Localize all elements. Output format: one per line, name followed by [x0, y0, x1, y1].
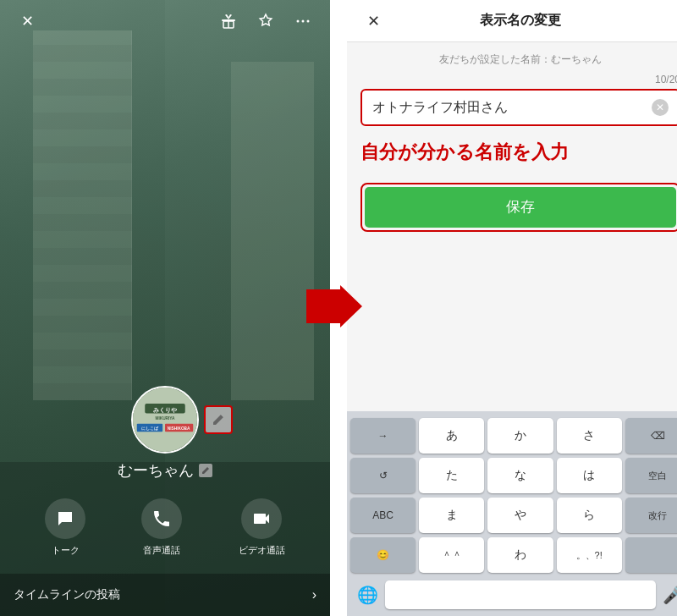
svg-text:NISHIKOBA: NISHIKOBA	[168, 426, 190, 431]
input-clear-button[interactable]: ✕	[652, 99, 669, 116]
voice-icon	[141, 498, 182, 539]
timeline-bar[interactable]: タイムラインの投稿 ›	[0, 574, 330, 616]
left-top-bar: ✕	[0, 0, 330, 42]
video-icon	[241, 498, 282, 539]
action-bar: トーク 音声通話 ビデオ通話	[0, 498, 330, 557]
talk-action[interactable]: トーク	[45, 498, 85, 557]
avatar: みくりや MIKURIYA にしこば NISHIKOBA	[131, 386, 199, 454]
keyboard-bottom: 🌐 🎤	[350, 577, 677, 613]
talk-label: トーク	[52, 544, 80, 557]
name-input[interactable]	[372, 100, 652, 115]
right-content: 友だちが設定した名前：むーちゃん 10/20 ✕ 自分が分かる名前を入力 保存	[347, 42, 677, 411]
svg-point-4	[302, 20, 305, 23]
save-btn-wrapper: 保存	[361, 183, 677, 232]
edit-pencil-button[interactable]	[204, 405, 233, 434]
kb-key-arrow[interactable]: →	[350, 418, 416, 454]
voice-label: 音声通話	[143, 544, 180, 557]
kb-key-kigou[interactable]: ＾＾	[419, 537, 484, 573]
kb-key-ra[interactable]: ら	[557, 498, 622, 533]
svg-point-5	[307, 20, 310, 23]
kb-key-wa[interactable]: わ	[487, 537, 553, 573]
space-bar[interactable]	[385, 580, 656, 609]
svg-point-3	[297, 20, 300, 23]
username-row: むーちゃん	[118, 460, 212, 481]
red-arrow	[306, 285, 362, 331]
kb-key-ya[interactable]: や	[487, 498, 553, 533]
timeline-label: タイムラインの投稿	[14, 587, 120, 602]
arrow-divider	[330, 0, 347, 616]
talk-icon	[45, 498, 85, 539]
kb-key-backspace[interactable]: ⌫	[625, 418, 677, 454]
svg-text:MIKURIYA: MIKURIYA	[155, 416, 175, 421]
kb-key-ka[interactable]: か	[487, 418, 553, 454]
save-button[interactable]: 保存	[365, 187, 676, 228]
username-edit-icon[interactable]	[199, 464, 212, 477]
top-icons-right	[215, 8, 316, 35]
kb-key-na[interactable]: な	[487, 458, 553, 493]
svg-text:みくりや: みくりや	[153, 407, 177, 414]
kb-key-empty	[625, 537, 677, 573]
right-close-button[interactable]: ✕	[361, 8, 386, 34]
svg-marker-14	[306, 285, 362, 327]
kb-key-emoji[interactable]: 😊	[350, 537, 416, 573]
kb-key-punct[interactable]: 。、?!	[557, 537, 622, 573]
svg-text:にしこば: にしこば	[141, 426, 159, 431]
friend-name-hint: 友だちが設定した名前：むーちゃん	[361, 52, 677, 67]
kb-row-2: ABC ま や ら 改行	[350, 498, 677, 533]
video-action[interactable]: ビデオ通話	[239, 498, 285, 557]
kb-key-ta[interactable]: た	[419, 458, 484, 493]
voice-action[interactable]: 音声通話	[141, 498, 182, 557]
char-count: 10/20	[361, 74, 677, 85]
timeline-arrow: ›	[312, 587, 316, 602]
video-label: ビデオ通話	[239, 544, 285, 557]
more-button[interactable]	[289, 8, 316, 35]
close-button[interactable]: ✕	[14, 8, 41, 35]
keyboard-area: → あ か さ ⌫ ↺ た な は 空白 ABC ま や ら 改行 😊 ＾＾ わ…	[347, 411, 677, 616]
username-text: むーちゃん	[118, 460, 194, 481]
kb-row-0: → あ か さ ⌫	[350, 418, 677, 454]
kb-key-abc[interactable]: ABC	[350, 498, 416, 533]
kb-key-undo[interactable]: ↺	[350, 458, 416, 493]
avatar-inner: みくりや MIKURIYA にしこば NISHIKOBA	[133, 388, 197, 452]
kb-key-enter[interactable]: 改行	[625, 498, 677, 533]
left-panel: ✕	[0, 0, 330, 616]
gift-button[interactable]	[215, 8, 242, 35]
right-panel: ✕ 表示名の変更 友だちが設定した名前：むーちゃん 10/20 ✕ 自分が分かる…	[347, 0, 677, 616]
name-input-wrapper: ✕	[361, 89, 677, 126]
kb-row-3: 😊 ＾＾ わ 。、?!	[350, 537, 677, 573]
kb-key-space[interactable]: 空白	[625, 458, 677, 493]
star-button[interactable]	[252, 8, 279, 35]
instruction-text: 自分が分かる名前を入力	[361, 140, 677, 166]
kb-key-a[interactable]: あ	[419, 418, 484, 454]
right-header: ✕ 表示名の変更	[347, 0, 677, 42]
avatar-wrapper: みくりや MIKURIYA にしこば NISHIKOBA	[131, 386, 199, 454]
profile-area: みくりや MIKURIYA にしこば NISHIKOBA むーちゃ	[0, 386, 330, 481]
kb-row-1: ↺ た な は 空白	[350, 458, 677, 493]
kb-key-sa[interactable]: さ	[557, 418, 622, 454]
right-title: 表示名の変更	[480, 12, 561, 30]
mic-button[interactable]: 🎤	[663, 585, 677, 605]
kb-key-ma[interactable]: ま	[419, 498, 484, 533]
globe-button[interactable]: 🌐	[357, 585, 378, 605]
kb-key-ha[interactable]: は	[557, 458, 622, 493]
